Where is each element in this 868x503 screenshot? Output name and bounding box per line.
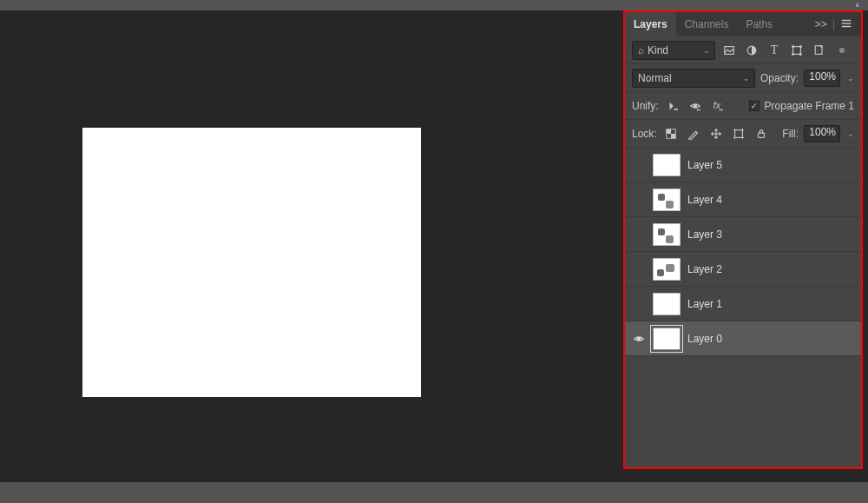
tab-layers[interactable]: Layers: [625, 12, 676, 36]
chevron-down-icon[interactable]: ⌄: [845, 129, 854, 138]
lock-artboard-icon[interactable]: [730, 125, 747, 142]
lock-pixels-icon[interactable]: [685, 125, 702, 142]
document-canvas[interactable]: [82, 128, 421, 397]
layer-thumbnail[interactable]: [653, 154, 681, 176]
layer-name[interactable]: Layer 4: [687, 194, 722, 206]
filter-type-icon[interactable]: T: [766, 42, 783, 59]
blend-row: Normal ⌄ Opacity: 100% ⌄: [625, 64, 861, 92]
unify-label: Unify:: [632, 100, 659, 112]
visibility-toggle[interactable]: [632, 297, 646, 311]
fill-input[interactable]: 100%: [804, 125, 840, 142]
svg-rect-8: [792, 53, 794, 56]
svg-point-15: [699, 109, 700, 110]
collapse-panels-icon[interactable]: ‹‹: [855, 0, 858, 10]
svg-point-12: [675, 108, 677, 109]
filter-row: ⌕ Kind ⌄ T: [625, 36, 861, 64]
unify-position-icon[interactable]: [664, 97, 681, 115]
lock-transparency-icon[interactable]: [662, 125, 680, 142]
layers-panel-highlight: Layers Channels Paths >> | ⌕ Kind ⌄ T: [623, 10, 863, 469]
layer-row[interactable]: Layer 5: [625, 148, 861, 182]
filter-adjustment-icon[interactable]: [743, 42, 760, 59]
filter-kind-select[interactable]: ⌕ Kind ⌄: [632, 41, 715, 60]
panel-tab-bar: Layers Channels Paths >> |: [625, 12, 861, 36]
opacity-label: Opacity:: [760, 72, 799, 84]
svg-point-13: [694, 104, 697, 108]
chevron-down-icon[interactable]: ⌄: [845, 74, 854, 83]
chevron-down-icon: ⌄: [743, 74, 750, 83]
unify-row: Unify: fx ✓ Propagate Frame 1: [625, 92, 861, 120]
svg-point-34: [637, 337, 641, 341]
layer-row[interactable]: Layer 1: [625, 287, 861, 321]
propagate-checkbox[interactable]: ✓: [749, 101, 760, 111]
layers-panel: Layers Channels Paths >> | ⌕ Kind ⌄ T: [625, 12, 861, 467]
unify-style-icon[interactable]: fx: [709, 97, 727, 115]
panel-menu-icon[interactable]: [837, 16, 856, 34]
search-icon: ⌕: [638, 44, 644, 56]
filter-smart-object-icon[interactable]: [811, 42, 828, 59]
visibility-toggle[interactable]: [632, 193, 646, 207]
unify-visibility-icon[interactable]: [687, 97, 704, 115]
blend-mode-value: Normal: [638, 72, 672, 84]
filter-shape-icon[interactable]: [788, 42, 806, 59]
layer-thumbnail[interactable]: [653, 328, 681, 350]
lock-position-icon[interactable]: [707, 125, 725, 142]
filter-toggle-dot-icon[interactable]: [833, 42, 851, 59]
visibility-toggle[interactable]: [632, 332, 646, 346]
expand-icon[interactable]: >>: [812, 17, 831, 32]
svg-rect-21: [671, 134, 675, 138]
svg-point-17: [719, 109, 720, 110]
svg-rect-33: [758, 133, 764, 137]
visibility-toggle[interactable]: [632, 228, 646, 242]
svg-rect-24: [734, 129, 742, 137]
layer-thumbnail[interactable]: [653, 223, 681, 246]
svg-point-11: [674, 108, 675, 109]
lock-row: Lock: Fill: 100% ⌄: [625, 120, 861, 148]
chevron-down-icon: ⌄: [703, 46, 710, 55]
lock-all-icon[interactable]: [753, 125, 770, 142]
svg-rect-9: [799, 53, 802, 56]
layer-row[interactable]: Layer 0: [625, 321, 861, 356]
svg-rect-7: [799, 45, 802, 48]
tab-paths[interactable]: Paths: [737, 12, 781, 36]
filter-image-icon[interactable]: [720, 42, 738, 59]
layer-thumbnail[interactable]: [653, 258, 681, 281]
svg-text:fx: fx: [713, 100, 720, 110]
svg-rect-20: [666, 129, 670, 133]
filter-kind-label: Kind: [648, 44, 668, 56]
blend-mode-select[interactable]: Normal ⌄: [632, 69, 755, 88]
layers-list: Layer 5 Layer 4 Layer 3 Layer 2 Layer 1: [625, 148, 861, 467]
layer-row[interactable]: Layer 2: [625, 252, 861, 287]
layer-name[interactable]: Layer 2: [687, 263, 722, 275]
lock-label: Lock:: [632, 128, 657, 140]
layer-thumbnail[interactable]: [653, 293, 681, 315]
layer-name[interactable]: Layer 1: [687, 298, 722, 310]
fill-label: Fill:: [782, 128, 799, 140]
eye-icon: [633, 333, 645, 345]
visibility-toggle[interactable]: [632, 262, 646, 276]
layer-row[interactable]: Layer 4: [625, 182, 861, 217]
propagate-label: Propagate Frame 1: [765, 100, 854, 112]
opacity-input[interactable]: 100%: [804, 69, 840, 87]
layer-name[interactable]: Layer 0: [687, 333, 722, 345]
layer-row[interactable]: Layer 3: [625, 217, 861, 252]
separator: |: [832, 18, 835, 30]
tab-channels[interactable]: Channels: [676, 12, 738, 36]
layer-name[interactable]: Layer 3: [687, 228, 722, 241]
visibility-toggle[interactable]: [632, 158, 646, 172]
svg-rect-6: [792, 45, 794, 48]
svg-point-14: [696, 109, 698, 110]
layer-thumbnail[interactable]: [653, 189, 681, 211]
layer-name[interactable]: Layer 5: [687, 159, 722, 171]
svg-point-18: [721, 109, 723, 110]
